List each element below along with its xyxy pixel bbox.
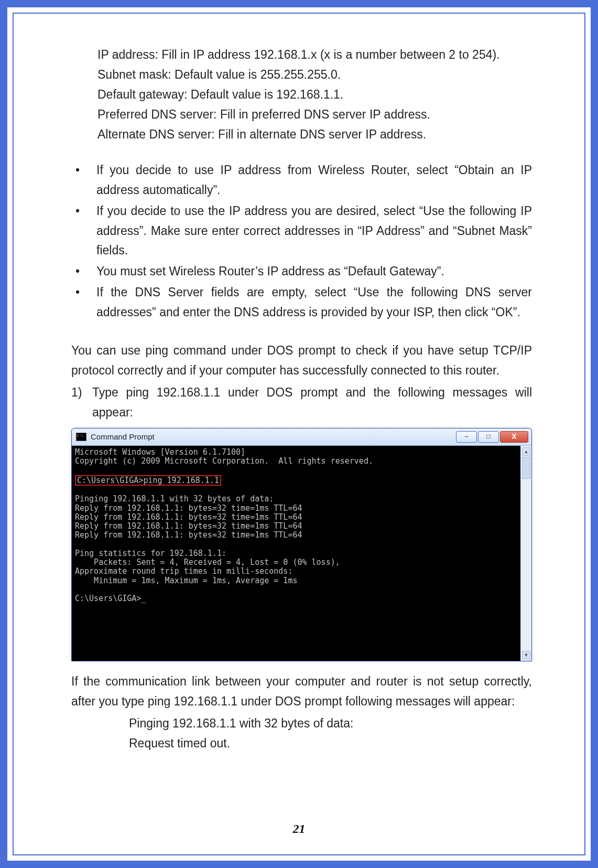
- step-1: 1) Type ping 192.168.1.1 under DOS promp…: [71, 383, 532, 423]
- list-item: • If you decide to use IP address from W…: [71, 160, 532, 200]
- fail-line: Pinging 192.168.1.1 with 32 bytes of dat…: [129, 714, 532, 734]
- minimize-button[interactable]: –: [456, 431, 477, 443]
- scroll-up-icon[interactable]: ▲: [522, 447, 530, 456]
- bullet-marker: •: [71, 283, 96, 323]
- cmd-line: Approximate round trip times in milli-se…: [75, 566, 292, 576]
- settings-block: IP address: Fill in IP address 192.168.1…: [97, 45, 532, 145]
- setting-gateway: Default gateway: Default value is 192.16…: [97, 85, 532, 105]
- cmd-line: Ping statistics for 192.168.1.1:: [75, 549, 226, 558]
- setting-ip: IP address: Fill in IP address 192.168.1…: [97, 45, 532, 65]
- cmd-line: Reply from 192.168.1.1: bytes=32 time=1m…: [75, 521, 302, 531]
- bullet-list: • If you decide to use IP address from W…: [71, 160, 532, 323]
- scroll-track[interactable]: [521, 456, 531, 651]
- window-title-area: Command Prompt: [76, 431, 155, 444]
- cmd-prompt: C:\Users\GIGA>: [77, 476, 143, 485]
- window-buttons: – □ X: [456, 431, 528, 443]
- cmd-highlighted-command: C:\Users\GIGA>ping 192.168.1.1: [75, 475, 221, 486]
- ping-intro: You can use ping command under DOS promp…: [71, 341, 532, 381]
- cmd-line: Reply from 192.168.1.1: bytes=32 time=1m…: [75, 530, 302, 540]
- cmd-line: Pinging 192.168.1.1 with 32 bytes of dat…: [75, 494, 274, 503]
- bullet-marker: •: [71, 262, 96, 282]
- cmd-typed: ping 192.168.1.1: [143, 476, 219, 485]
- bullet-marker: •: [71, 201, 96, 261]
- list-item: • If you decide to use the IP address yo…: [71, 201, 532, 261]
- list-item: • If the DNS Server fields are empty, se…: [71, 283, 532, 323]
- cmd-line: Reply from 192.168.1.1: bytes=32 time=1m…: [75, 512, 302, 522]
- page: IP address: Fill in IP address 192.168.1…: [0, 0, 598, 868]
- fail-output: Pinging 192.168.1.1 with 32 bytes of dat…: [129, 714, 532, 754]
- cmd-icon: [76, 433, 86, 441]
- list-item: • You must set Wireless Router’s IP addr…: [71, 262, 532, 282]
- bullet-text: You must set Wireless Router’s IP addres…: [96, 262, 532, 282]
- close-button[interactable]: X: [500, 431, 528, 443]
- content-frame: IP address: Fill in IP address 192.168.1…: [13, 13, 585, 855]
- bullet-text: If the DNS Server fields are empty, sele…: [96, 283, 532, 323]
- cmd-line: Minimum = 1ms, Maximum = 1ms, Average = …: [75, 576, 297, 585]
- cmd-line: C:\Users\GIGA>_: [75, 594, 146, 603]
- setting-dns1: Preferred DNS server: Fill in preferred …: [97, 105, 532, 125]
- cmd-body-wrap: Microsoft Windows [Version 6.1.7100] Cop…: [72, 446, 531, 661]
- bullet-text: If you decide to use the IP address you …: [96, 201, 532, 261]
- bullet-marker: •: [71, 160, 96, 200]
- scroll-down-icon[interactable]: ▼: [522, 651, 530, 659]
- step-marker: 1): [71, 383, 92, 423]
- maximize-button[interactable]: □: [478, 431, 499, 443]
- page-number: 21: [14, 819, 584, 840]
- command-prompt-window: Command Prompt – □ X Microsoft Windows […: [71, 428, 532, 661]
- step-text: Type ping 192.168.1.1 under DOS prompt a…: [92, 383, 532, 423]
- setting-subnet: Subnet mask: Default value is 255.255.25…: [97, 65, 532, 85]
- window-title: Command Prompt: [91, 431, 155, 444]
- fail-line: Request timed out.: [129, 734, 532, 754]
- scroll-thumb[interactable]: [522, 457, 530, 479]
- setting-dns2: Alternate DNS server: Fill in alternate …: [97, 125, 532, 145]
- cmd-line: Packets: Sent = 4, Received = 4, Lost = …: [75, 558, 340, 567]
- fail-intro: If the communication link between your c…: [71, 672, 532, 712]
- cmd-line: Reply from 192.168.1.1: bytes=32 time=1m…: [75, 503, 302, 513]
- cmd-line: Microsoft Windows [Version 6.1.7100]: [75, 447, 245, 457]
- bullet-text: If you decide to use IP address from Wir…: [96, 160, 532, 200]
- scrollbar[interactable]: ▲ ▼: [520, 446, 531, 661]
- window-titlebar[interactable]: Command Prompt – □ X: [72, 428, 531, 446]
- cmd-output[interactable]: Microsoft Windows [Version 6.1.7100] Cop…: [72, 446, 520, 661]
- cmd-line: Copyright (c) 2009 Microsoft Corporation…: [75, 456, 373, 466]
